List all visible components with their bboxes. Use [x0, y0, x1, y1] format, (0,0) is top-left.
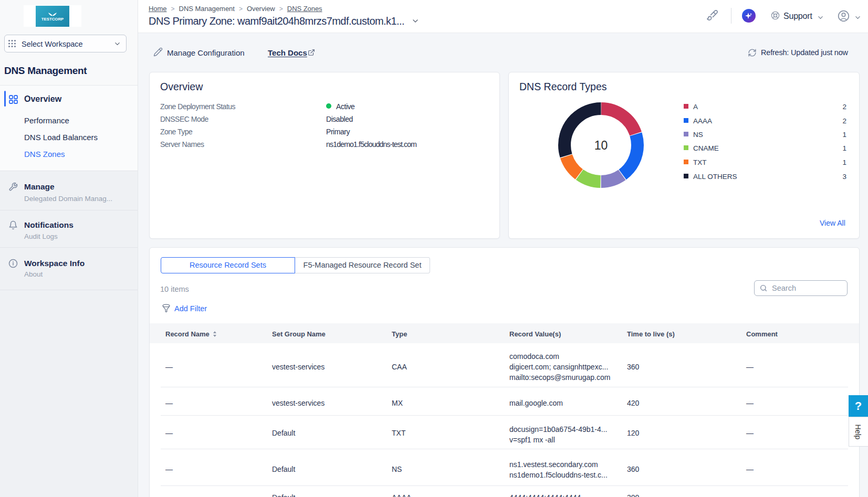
svg-text:TESTCORP: TESTCORP: [41, 17, 64, 22]
svg-text:10: 10: [594, 139, 608, 152]
